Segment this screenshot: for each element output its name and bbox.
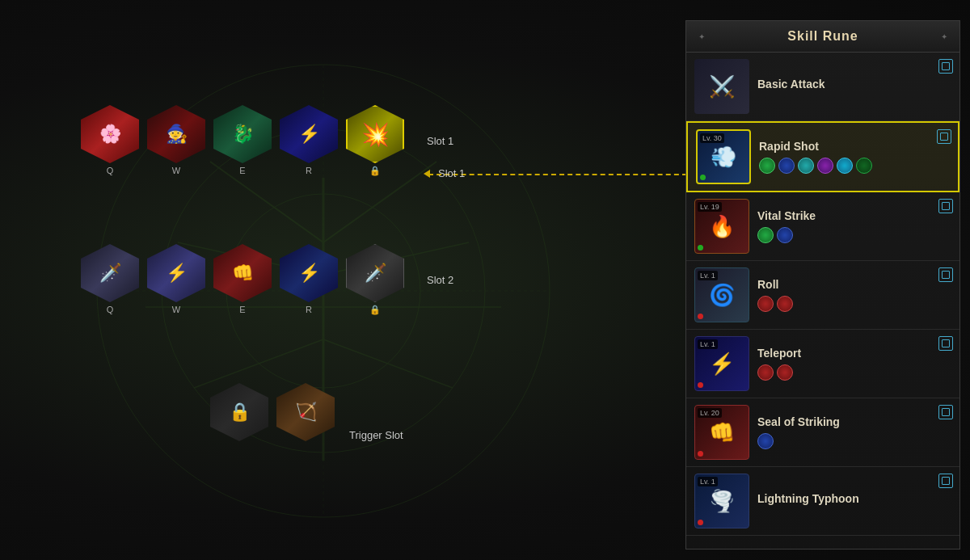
skill-name-seal-of-striking: Seal of Striking [757, 415, 951, 428]
key-label-r2: R [306, 305, 312, 314]
slot1-line-label: Slot 1 [438, 167, 465, 179]
skill-slot1-hex[interactable]: 💥 🔒 [346, 105, 404, 176]
rune-gem [777, 364, 793, 381]
equip-icon-basic-attack[interactable] [938, 59, 953, 74]
skill-info-basic-attack: Basic Attack [757, 78, 951, 95]
skill-runes-seal-of-striking [757, 433, 951, 449]
skill-dot-seal-of-striking [698, 451, 703, 457]
equip-icon-rapid-shot[interactable] [937, 129, 951, 144]
skill-runes-teleport [757, 364, 951, 381]
rune-gem [757, 227, 774, 243]
rune-gem [757, 364, 774, 381]
skill-dot-lightning-typhoon [698, 520, 703, 525]
skill-slot2-hex[interactable]: 🗡️ 🔒 [346, 244, 404, 315]
rune-gem [778, 158, 795, 174]
skill-level-rapid-shot: Lv. 30 [700, 133, 724, 143]
rune-gem [837, 158, 853, 174]
skill-info-lightning-typhoon: Lightning Typhoon [757, 492, 951, 510]
rune-gem [798, 158, 814, 174]
skill-item-lightning-typhoon[interactable]: 🌪️ Lv. 1 Lightning Typhoon [686, 467, 959, 536]
slot2-label: Slot 2 [427, 274, 453, 286]
skill-r-row2[interactable]: ⚡ R [280, 244, 338, 315]
skill-info-teleport: Teleport [757, 347, 951, 381]
key-label-r1: R [306, 166, 312, 175]
trigger-lock-hex[interactable]: 🔒 [210, 383, 268, 441]
skill-info-vital-strike: Vital Strike [757, 209, 951, 243]
key-label-e1: E [239, 166, 245, 175]
equip-icon-vital-strike[interactable] [938, 199, 953, 213]
key-label-w2: W [172, 305, 180, 314]
skill-dot-teleport [698, 382, 703, 388]
rune-gem [777, 296, 793, 312]
key-label-q1: Q [107, 166, 114, 175]
rune-gem [759, 158, 775, 174]
skill-item-teleport[interactable]: ⚡ Lv. 1 Teleport [686, 330, 959, 398]
skill-r-row1[interactable]: ⚡ R [280, 105, 338, 176]
rune-gem [817, 158, 833, 174]
skill-e-row1[interactable]: 🐉 E [213, 105, 272, 176]
equip-icon-seal-of-striking[interactable] [938, 405, 953, 419]
key-label-slot2: 🔒 [369, 305, 381, 315]
skill-q-row2[interactable]: 🗡️ Q [81, 244, 139, 315]
rune-gem [777, 227, 793, 243]
skill-e-row2[interactable]: 👊 E [213, 244, 272, 315]
equip-icon-lightning-typhoon[interactable] [938, 474, 953, 488]
equip-icon-teleport[interactable] [938, 336, 953, 351]
panel-title: Skill Rune [787, 29, 858, 43]
skill-info-seal-of-striking: Seal of Striking [757, 415, 951, 449]
key-label-q2: Q [107, 305, 114, 314]
skill-runes-roll [757, 296, 951, 312]
skill-list: ⚔️ Basic Attack 💨 Lv. 30 Rapid Shot [686, 53, 959, 541]
skill-level-teleport: Lv. 1 [698, 339, 718, 349]
skill-icon-basic-attack: ⚔️ [694, 59, 749, 114]
skill-icon-teleport: ⚡ Lv. 1 [694, 336, 749, 391]
trigger-slot-label: Trigger Slot [349, 429, 403, 441]
skill-w-row2[interactable]: ⚡ W [147, 244, 205, 315]
skill-dot-rapid-shot [700, 175, 706, 180]
rune-gem [856, 158, 872, 174]
skill-item-basic-attack[interactable]: ⚔️ Basic Attack [686, 53, 959, 121]
skill-level-vital-strike: Lv. 19 [698, 202, 722, 212]
skill-name-rapid-shot: Rapid Shot [759, 140, 950, 153]
skill-name-vital-strike: Vital Strike [757, 209, 951, 222]
skill-level-roll: Lv. 1 [698, 271, 718, 280]
skill-item-rapid-shot[interactable]: 💨 Lv. 30 Rapid Shot [686, 121, 959, 192]
skill-name-roll: Roll [757, 278, 951, 291]
key-label-slot1: 🔒 [369, 166, 381, 176]
skill-info-roll: Roll [757, 278, 951, 312]
trigger-slot-hex[interactable]: 🏹 [276, 383, 335, 441]
panel-header: Skill Rune [686, 21, 959, 53]
skill-icon-lightning-typhoon: 🌪️ Lv. 1 [694, 474, 749, 528]
skill-dot-vital-strike [698, 245, 703, 251]
skill-item-seal-of-striking[interactable]: 👊 Lv. 20 Seal of Striking [686, 398, 959, 467]
skill-dot-roll [698, 314, 703, 319]
skill-icon-vital-strike: 🔥 Lv. 19 [694, 199, 749, 254]
skill-name-lightning-typhoon: Lightning Typhoon [757, 492, 951, 505]
rune-gem [757, 296, 774, 312]
skill-level-seal-of-striking: Lv. 20 [698, 408, 722, 418]
equip-icon-roll[interactable] [938, 267, 953, 282]
skill-info-rapid-shot: Rapid Shot [759, 140, 950, 174]
rune-gem [757, 433, 774, 449]
skill-name-teleport: Teleport [757, 347, 951, 360]
skill-item-roll[interactable]: 🌀 Lv. 1 Roll [686, 261, 959, 330]
skill-icon-seal-of-striking: 👊 Lv. 20 [694, 405, 749, 460]
skill-icon-rapid-shot: 💨 Lv. 30 [696, 129, 751, 184]
skill-rune-panel: Skill Rune ⚔️ Basic Attack 💨 Lv. 30 [685, 20, 960, 549]
skill-level-lightning-typhoon: Lv. 1 [698, 477, 718, 486]
skill-runes-rapid-shot [759, 158, 950, 174]
skill-grid: 🌸 Q 🧙 W 🐉 E [81, 105, 453, 449]
skill-icon-roll: 🌀 Lv. 1 [694, 267, 749, 322]
key-label-e2: E [239, 305, 245, 314]
skill-w-row1[interactable]: 🧙 W [147, 105, 205, 176]
key-label-w1: W [172, 166, 180, 175]
slot1-label: Slot 1 [427, 135, 453, 147]
skill-runes-vital-strike [757, 227, 951, 243]
skill-name-basic-attack: Basic Attack [757, 78, 951, 91]
skill-q-row1[interactable]: 🌸 Q [81, 105, 139, 176]
skill-item-vital-strike[interactable]: 🔥 Lv. 19 Vital Strike [686, 192, 959, 261]
